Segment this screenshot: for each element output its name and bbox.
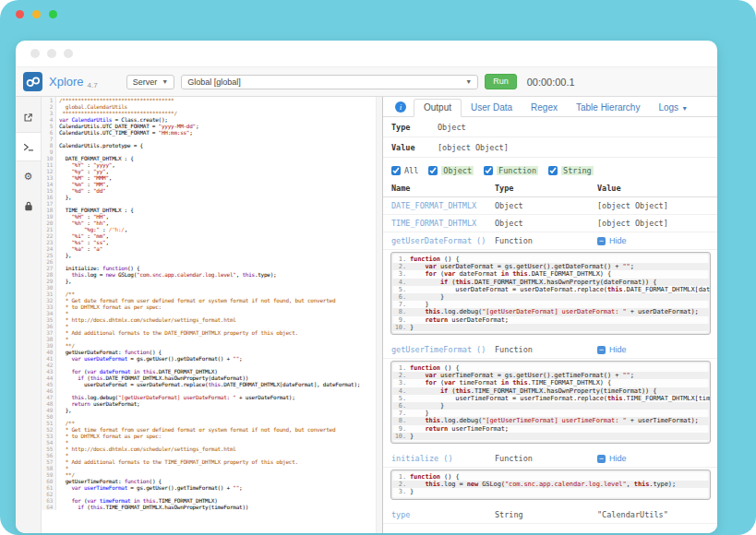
result-value-row: Value [object Object] xyxy=(383,137,717,158)
editor-line[interactable]: 44 if (this.DATE_FORMAT_DHTMLX.hasOwnPro… xyxy=(42,374,376,381)
editor-line[interactable]: 31 /** xyxy=(42,291,376,297)
editor-line[interactable]: 26 xyxy=(42,258,376,265)
editor-line[interactable]: 45 userDateFormat = userDateFormat.repla… xyxy=(42,381,376,387)
filter-function[interactable]: Function xyxy=(484,166,538,175)
editor-line[interactable]: 19 "%H" : "HH", xyxy=(42,213,376,220)
editor-line[interactable]: 12 "%y" : "yy", xyxy=(42,168,376,174)
editor-line[interactable]: 60 getUserTimeFormat: function() { xyxy=(42,478,376,484)
tab-logs[interactable]: Logs▼ xyxy=(649,100,697,116)
editor-line[interactable]: 49 }, xyxy=(42,407,376,413)
editor-line[interactable]: 40 getUserDateFormat: function() { xyxy=(42,349,376,355)
close-window-button[interactable] xyxy=(16,10,24,18)
editor-line[interactable]: 33 * to DHTMLX format as per spec: xyxy=(42,303,376,310)
editor-line[interactable]: 3 ************************************/ xyxy=(42,110,376,116)
filter-checkbox[interactable] xyxy=(548,166,558,175)
editor-line[interactable]: 21 "%g:" : /^h:/, xyxy=(42,226,376,232)
tab-info[interactable]: i xyxy=(388,99,414,116)
server-dropdown[interactable]: Server ▼ xyxy=(126,75,174,89)
member-name-link[interactable]: TIME_FORMAT_DHTMLX xyxy=(391,219,495,228)
editor-line[interactable]: 11 "%Y" : "yyyy", xyxy=(42,161,376,168)
editor-line[interactable]: 25 }, xyxy=(42,252,376,258)
editor-line[interactable]: 36 * xyxy=(42,323,376,329)
editor-line[interactable]: 23 "%s" : "ss", xyxy=(42,239,376,245)
editor-line[interactable]: 5CalendarUtils.UTC_DATE_FORMAT = "yyyy-M… xyxy=(42,123,376,129)
editor-line[interactable]: 42 xyxy=(42,362,376,368)
sidebar-item-console[interactable] xyxy=(16,132,41,161)
editor-line[interactable]: 10 DATE_FORMAT_DHTMLX : { xyxy=(42,155,376,161)
editor-line[interactable]: 35 * http://docs.dhtmlx.com/scheduler/se… xyxy=(42,316,376,323)
tab-output[interactable]: Output xyxy=(414,99,462,117)
editor-line[interactable]: 7 xyxy=(42,136,376,142)
editor-line[interactable]: 64 if (this.TIME_FORMAT_DHTMLX.hasOwnPro… xyxy=(42,504,376,510)
editor-line[interactable]: 15 "%d" : "dd" xyxy=(42,187,376,194)
editor-line[interactable]: 30 xyxy=(42,284,376,291)
member-name-link[interactable]: DATE_FORMAT_DHTMLX xyxy=(391,201,495,210)
sidebar-item-settings[interactable]: ⚙ xyxy=(16,161,41,191)
editor-line[interactable]: 16 }, xyxy=(42,194,376,200)
hide-link[interactable]: −Hide xyxy=(597,236,717,245)
member-name-link[interactable]: type xyxy=(391,510,495,519)
editor-line[interactable]: 1/************************************ xyxy=(42,97,376,103)
code-editor[interactable]: 1/************************************2 … xyxy=(42,97,376,533)
editor-line[interactable]: 61 var userTimeFormat = gs.getUser().get… xyxy=(42,484,376,491)
editor-line[interactable]: 22 "%i" : "mm", xyxy=(42,232,376,239)
editor-line[interactable]: 50 xyxy=(42,413,376,420)
editor-line[interactable]: 9 xyxy=(42,149,376,155)
hide-link[interactable]: −Hide xyxy=(597,454,717,463)
editor-line[interactable]: 34 * xyxy=(42,310,376,316)
editor-line[interactable]: 20 "%h" : "hh", xyxy=(42,220,376,226)
filter-string[interactable]: String xyxy=(548,166,594,175)
maximize-window-button[interactable] xyxy=(49,10,57,18)
editor-line[interactable]: 52 * Get time format from user defined f… xyxy=(42,426,376,433)
editor-line[interactable]: 43 for (var dateFormat in this.DATE_FORM… xyxy=(42,368,376,374)
member-name-link[interactable]: initialize () xyxy=(391,454,495,463)
filter-all[interactable]: All xyxy=(391,166,418,175)
filter-checkbox[interactable] xyxy=(428,166,438,175)
editor-line[interactable]: 6CalendarUtils.UTC_TIME_FORMAT = "HH:mm:… xyxy=(42,129,376,136)
editor-line[interactable]: 54 * xyxy=(42,439,376,446)
editor-line[interactable]: 62 xyxy=(42,491,376,497)
editor-line[interactable]: 18 TIME_FORMAT_DHTMLX : { xyxy=(42,207,376,213)
tab-user-data[interactable]: User Data xyxy=(462,100,522,116)
run-button[interactable]: Run xyxy=(485,74,517,89)
editor-line[interactable]: 48 return userDateFormat; xyxy=(42,400,376,407)
editor-line[interactable]: 29 }, xyxy=(42,278,376,284)
editor-line[interactable]: 37 * Add additional formats to the DATE_… xyxy=(42,329,376,336)
editor-line[interactable]: 41 var userDateFormat = gs.getUser().get… xyxy=(42,355,376,362)
editor-line[interactable]: 39 **/ xyxy=(42,342,376,349)
editor-line[interactable]: 58 * xyxy=(42,465,376,471)
editor-line[interactable]: 32 * Get date format from user defined f… xyxy=(42,297,376,303)
editor-line[interactable]: 53 * to DHTMLX format as per spec: xyxy=(42,433,376,439)
member-name-link[interactable]: getUserTimeFormat () xyxy=(391,345,495,354)
editor-line[interactable]: 4var CalendarUtils = Class.create(); xyxy=(42,116,376,123)
editor-line[interactable]: 13 "%M" : "MMM", xyxy=(42,174,376,181)
editor-line[interactable]: 28 this.log = new GSLog("com.snc.app.cal… xyxy=(42,271,376,278)
minimize-window-button[interactable] xyxy=(32,10,41,18)
member-name-link[interactable]: getUserDateFormat () xyxy=(391,236,495,245)
editor-line[interactable]: 51 /** xyxy=(42,420,376,426)
tab-table-hierarchy[interactable]: Table Hierarchy xyxy=(567,100,649,116)
editor-line[interactable]: 46 xyxy=(42,387,376,394)
editor-line[interactable]: 14 "%m" : "MM", xyxy=(42,181,376,187)
editor-line[interactable]: 56 * xyxy=(42,452,376,458)
editor-line[interactable]: 8CalendarUtils.prototype = { xyxy=(42,142,376,149)
editor-line[interactable]: 59 **/ xyxy=(42,471,376,478)
editor-line[interactable]: 27 initialize: function() { xyxy=(42,265,376,271)
editor-scrollbar[interactable] xyxy=(376,97,382,533)
editor-line[interactable]: 17 xyxy=(42,200,376,207)
editor-line[interactable]: 38 * xyxy=(42,336,376,342)
editor-line[interactable]: 57 * Add additional formats to the TIME_… xyxy=(42,458,376,465)
tab-regex[interactable]: Regex xyxy=(522,100,567,116)
filter-checkbox[interactable] xyxy=(484,166,493,175)
editor-line[interactable]: 47 this.log.debug("[getUserDateFormat] u… xyxy=(42,394,376,400)
hide-link[interactable]: −Hide xyxy=(597,345,717,354)
editor-line[interactable]: 24 "%a" : "a" xyxy=(42,245,376,252)
sidebar-item-security[interactable] xyxy=(16,191,41,220)
editor-line[interactable]: 63 for (var timeFormat in this.TIME_FORM… xyxy=(42,497,376,504)
scope-select[interactable]: Global [global] ▼ xyxy=(181,75,478,89)
filter-object[interactable]: Object xyxy=(428,166,474,175)
sidebar-item-open-in-new[interactable] xyxy=(16,102,41,132)
editor-line[interactable]: 55 * http://docs.dhtmlx.com/scheduler/se… xyxy=(42,446,376,452)
filter-checkbox[interactable] xyxy=(391,166,401,175)
editor-line[interactable]: 2 global.CalendarUtils xyxy=(42,103,376,110)
